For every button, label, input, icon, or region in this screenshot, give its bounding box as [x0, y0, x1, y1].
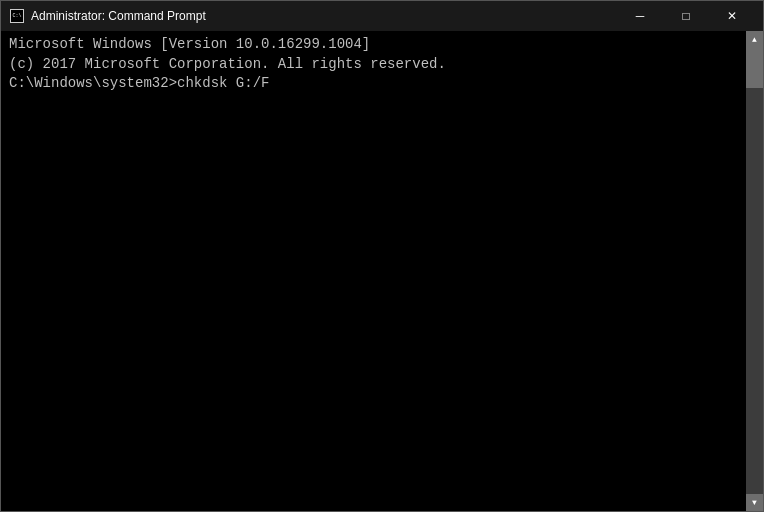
- console-line-4: C:\Windows\system32>chkdsk G:/F: [9, 74, 738, 94]
- console-output[interactable]: Microsoft Windows [Version 10.0.16299.10…: [1, 31, 746, 511]
- scrollbar-up-arrow[interactable]: ▲: [746, 31, 763, 48]
- scrollbar-down-arrow[interactable]: ▼: [746, 494, 763, 511]
- console-area[interactable]: Microsoft Windows [Version 10.0.16299.10…: [1, 31, 763, 511]
- scrollbar-track[interactable]: [746, 48, 763, 494]
- title-bar-left: Administrator: Command Prompt: [9, 8, 206, 24]
- console-line-1: Microsoft Windows [Version 10.0.16299.10…: [9, 35, 738, 55]
- title-bar: Administrator: Command Prompt ─ □ ✕: [1, 1, 763, 31]
- window-title: Administrator: Command Prompt: [31, 9, 206, 23]
- console-line-2: (c) 2017 Microsoft Corporation. All righ…: [9, 55, 738, 75]
- window-controls: ─ □ ✕: [617, 1, 755, 31]
- cmd-window-icon: [9, 8, 25, 24]
- close-button[interactable]: ✕: [709, 1, 755, 31]
- minimize-button[interactable]: ─: [617, 1, 663, 31]
- scrollbar-thumb[interactable]: [746, 48, 763, 88]
- command-prompt-window: Administrator: Command Prompt ─ □ ✕ Micr…: [0, 0, 764, 512]
- cmd-app-icon: [10, 9, 24, 23]
- vertical-scrollbar[interactable]: ▲ ▼: [746, 31, 763, 511]
- maximize-button[interactable]: □: [663, 1, 709, 31]
